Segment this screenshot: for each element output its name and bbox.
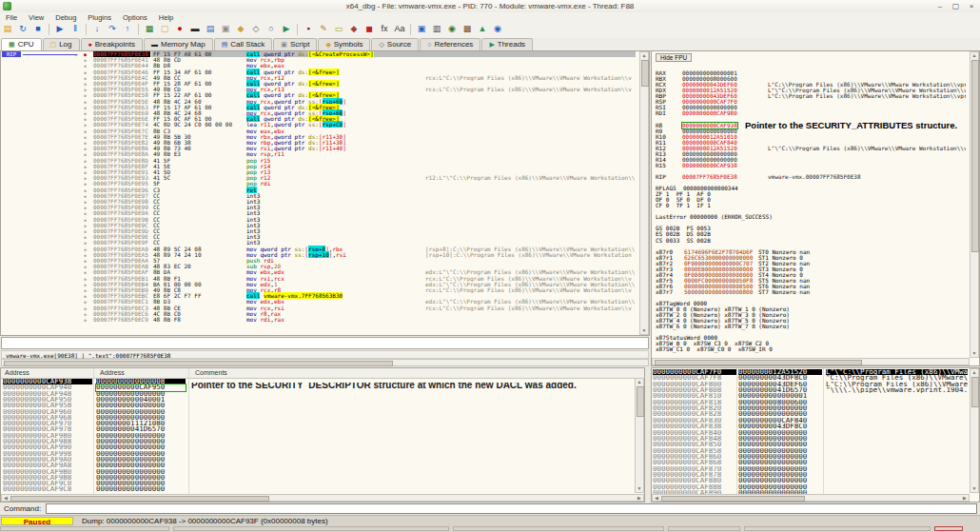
source-icon[interactable]: ◇ — [249, 23, 263, 35]
stack-address: 0000000000CAF800 — [653, 382, 736, 387]
dump-row[interactable]: 0000000000CAF9C80000000000000000 — [1, 486, 644, 492]
stack-value: 0000000000000000 — [738, 448, 822, 454]
dump-horizontal-scrollbar[interactable]: ◀ ▶ — [1, 494, 644, 502]
stack-value: 0000000000000000 — [738, 430, 822, 436]
title-bar: x64_dbg - File: vmware-vmx.exe - PID: 77… — [0, 0, 980, 13]
stack-row[interactable]: 0000000000CAF7F800000000043DF8C0"C:\\Pro… — [652, 375, 979, 381]
stack-address: 0000000000CAF878 — [653, 472, 736, 478]
log-icon[interactable]: ▢ — [158, 23, 171, 35]
tab-symbols[interactable]: ◆Symbols — [318, 38, 370, 50]
tab-label: CPU — [18, 40, 34, 49]
restart-icon[interactable]: ↻ — [16, 23, 29, 35]
breakpoint-icon[interactable]: ● — [173, 23, 186, 35]
cpu-icon[interactable]: ▦ — [143, 23, 156, 35]
stack-row[interactable]: 0000000000CAF8180000000008000600 — [652, 400, 979, 405]
stack-row[interactable]: 0000000000CAF8500000000000000000 — [652, 442, 979, 447]
registers-vertical-scrollbar[interactable]: ▲ ▼ — [970, 51, 979, 358]
tab-log[interactable]: ▢Log — [43, 38, 80, 50]
stack-row[interactable]: 0000000000CAF8300000000000CAF840 — [652, 418, 979, 424]
stack-row[interactable]: 0000000000CAF8800000000000000000 — [652, 478, 979, 483]
dump-vertical-scrollbar[interactable]: ▲ ▼ — [635, 378, 644, 493]
stack-row[interactable]: 0000000000CAF7F00000000012A51520L"\"C:\\… — [652, 369, 979, 375]
stack-address: 0000000000CAF850 — [653, 442, 736, 447]
stack-row[interactable]: 0000000000CAF8200000000000000000 — [652, 405, 979, 411]
call-stack-icon[interactable]: ▤ — [204, 23, 217, 35]
patches-icon[interactable]: ▪ — [302, 23, 315, 35]
stack-dump-pane: 0000000000CAF7F00000000012A51520L"\"C:\\… — [651, 367, 980, 502]
status-strip-segment — [173, 526, 449, 531]
registers-horizontal-scrollbar[interactable] — [652, 358, 970, 365]
run-icon[interactable]: ▶ — [53, 23, 67, 35]
stack-address: 0000000000CAF840 — [653, 430, 736, 436]
symbols-icon[interactable]: ◆ — [234, 23, 247, 35]
stack-row[interactable]: 0000000000CAF8400000000000000000 — [652, 430, 979, 436]
stack-row[interactable]: 0000000000CAF8780000000000000000 — [652, 472, 979, 478]
pause-icon[interactable]: ‖ — [69, 23, 82, 35]
step-over-icon[interactable]: ↷ — [106, 23, 119, 35]
stack-row[interactable]: 0000000000CAF8480000000000000000 — [652, 436, 979, 442]
erase-icon[interactable]: ◼ — [363, 23, 376, 35]
close-debuggee-icon[interactable]: ■ — [31, 23, 45, 35]
tab-bar: ▦CPU▢Log●Breakpoints▬Memory Map▤Call Sta… — [0, 38, 980, 51]
stack-row[interactable]: 0000000000CAF8680000000000000000 — [652, 460, 979, 465]
tab-references[interactable]: ○References — [420, 38, 480, 50]
restore-button[interactable]: ▢ — [949, 2, 962, 11]
dump-value: 0000000000000000 — [96, 486, 186, 492]
stack-row[interactable]: 0000000000CAF80000000000043DEF60L"C:\\Pr… — [652, 382, 979, 387]
label-icon[interactable]: ▭ — [332, 23, 345, 35]
log-tab-icon: ▢ — [50, 39, 57, 50]
tab-label: Breakpoints — [95, 40, 135, 49]
disasm-vertical-scrollbar[interactable]: ▲ ▼ — [639, 51, 649, 335]
register-row[interactable]: x87SW_C1 0 x87SW_C0 0 x87SW_IR 0 — [652, 346, 968, 352]
stack-row[interactable]: 0000000000CAF8100000000000000001 — [652, 393, 979, 399]
lightbulb-icon[interactable]: ◉ — [445, 23, 459, 35]
breakpoints-tab-icon: ● — [88, 39, 92, 50]
stack-value: 0000000000000000 — [738, 411, 822, 417]
tab-memory-map[interactable]: ▬Memory Map — [144, 38, 213, 50]
tab-threads[interactable]: ▶Threads — [481, 38, 533, 50]
stack-value: 0000000000000000 — [738, 454, 822, 460]
command-input[interactable] — [46, 503, 977, 514]
dump-pane: Address Address Comments 0000000000CAF93… — [0, 367, 645, 502]
disasm-row[interactable]: ▪00007FF7685F0EC948 8B F8mov rdi,rax — [1, 317, 649, 323]
settings-icon[interactable]: ▣ — [415, 23, 428, 35]
favourites-icon[interactable]: ▲ — [476, 23, 489, 35]
references-icon[interactable]: ○ — [265, 23, 278, 35]
stack-vertical-scrollbar[interactable]: ▲ ▼ — [970, 368, 979, 493]
memory-map-icon[interactable]: ▬ — [188, 23, 202, 35]
hide-fpu-button[interactable]: Hide FPU — [656, 53, 692, 62]
plugins-icon[interactable]: ▩ — [461, 23, 474, 35]
stack-row[interactable]: 0000000000CAF83800000000043DF8C0 — [652, 424, 979, 429]
tab-label: Log — [59, 40, 71, 49]
stack-row[interactable]: 0000000000CAF8880000000000000000 — [652, 484, 979, 490]
bookmark-icon[interactable]: ◆ — [347, 23, 361, 35]
tab-source[interactable]: ◇Source — [371, 38, 419, 50]
stack-row[interactable]: 0000000000CAF8700000000000000000 — [652, 466, 979, 472]
rip-arrow-line — [23, 54, 76, 55]
stack-horizontal-scrollbar[interactable]: ◀ ▶ — [652, 494, 970, 502]
script-icon[interactable]: ▣ — [219, 23, 232, 35]
tab-breakpoints[interactable]: ●Breakpoints — [81, 38, 143, 50]
tab-cpu[interactable]: ▦CPU — [1, 38, 42, 50]
font-icon[interactable]: Aa — [393, 23, 406, 35]
step-into-icon[interactable]: ↓ — [90, 23, 104, 35]
stack-row[interactable]: 0000000000CAF8580000000000000000 — [652, 448, 979, 454]
disasm-horizontal-scrollbar[interactable] — [1, 359, 649, 366]
stack-row[interactable]: 0000000000CAF8600000000000000000 — [652, 454, 979, 460]
stack-row[interactable]: 0000000000CAF80800000000041D6570"\\\\.\\… — [652, 387, 979, 393]
open-file-icon[interactable]: ▤ — [1, 23, 14, 35]
pane-splitter[interactable] — [645, 367, 651, 502]
minimize-button[interactable]: – — [933, 2, 947, 11]
address-cell: 00007FF7685F0EC9 — [93, 317, 150, 323]
tab-call-stack[interactable]: ▤Call Stack — [214, 38, 273, 50]
about-icon[interactable]: ◉ — [491, 23, 504, 35]
fx-icon[interactable]: fx — [378, 23, 391, 35]
close-button[interactable]: × — [965, 2, 978, 11]
threads-icon[interactable]: ▶ — [280, 23, 293, 35]
tab-script[interactable]: ▣Script — [273, 38, 317, 50]
monitor-icon[interactable]: ▥ — [430, 23, 443, 35]
run-to-return-icon[interactable]: ↑ — [121, 23, 134, 35]
tab-label: References — [434, 40, 473, 49]
stack-row[interactable]: 0000000000CAF8280000000000000000 — [652, 411, 979, 417]
comment-icon[interactable]: ✎ — [317, 23, 330, 35]
